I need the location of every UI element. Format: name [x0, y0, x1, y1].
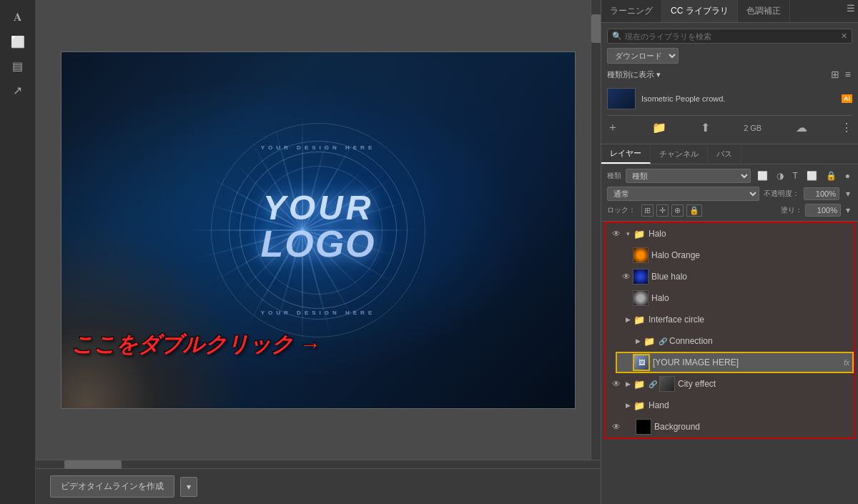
blend-mode-select[interactable]: 通常: [607, 187, 759, 201]
visibility-eye-hand[interactable]: [610, 399, 623, 412]
layer-name-your-image: [YOUR IMAGE HERE]: [653, 357, 841, 367]
folder-icon-connection: 📁: [643, 336, 656, 346]
filter-label: 種類別に表示 ▾: [607, 69, 661, 80]
layer-halo-group[interactable]: 👁 ▾ 📁 Halo: [606, 223, 854, 244]
chain-icon: 🔗: [659, 337, 667, 345]
visibility-eye-halo[interactable]: [620, 292, 633, 305]
visibility-eye[interactable]: 👁: [610, 227, 623, 240]
tab-learning[interactable]: ラーニング: [601, 0, 662, 22]
lock-fill-row: ロック： ⊞ ✛ ⊕ 🔒 塗り： ▾: [607, 204, 852, 217]
layer-thumb-image: 🖼: [633, 354, 650, 371]
layer-name-blue-halo: Blue halo: [651, 272, 849, 282]
folder-icon: 📁: [633, 229, 646, 239]
fx-label: fx: [844, 359, 849, 367]
expand-arrow-interface[interactable]: ▶: [623, 315, 633, 325]
layer-controls: 種類 種類 ⬜ ◑ T ⬜ 🔒 ● 通常: [601, 164, 858, 222]
annotation-text: ここをダブルクリック →: [72, 330, 320, 360]
visibility-eye-blue-halo[interactable]: 👁: [620, 270, 633, 283]
opacity-input[interactable]: [804, 187, 839, 200]
timeline-button[interactable]: ビデオタイムラインを作成: [50, 475, 174, 498]
layer-city-effect[interactable]: 👁 ▶ 📁 🔗 City effect: [606, 373, 854, 395]
more-library-button[interactable]: ⋮: [841, 121, 852, 134]
layer-tabs: レイヤー チャンネル パス ☰: [601, 144, 858, 164]
visibility-eye-image[interactable]: [620, 356, 633, 369]
layer-connection[interactable]: ▶ 📁 🔗 Connection: [616, 330, 854, 352]
layer-name-city-effect: City effect: [678, 379, 849, 389]
download-dropdown[interactable]: ダウンロード: [607, 48, 679, 64]
layer-thumb-halo: [633, 290, 649, 306]
h-scrollbar-thumb[interactable]: [64, 460, 122, 469]
layer-halo[interactable]: Halo: [616, 287, 854, 309]
expand-arrow-city[interactable]: ▶: [623, 379, 633, 389]
adjustment-filter-btn[interactable]: ◑: [774, 170, 786, 182]
library-section: 🔍 ✕ ダウンロード 種類別に表示 ▾ ⊞ ≡: [601, 23, 858, 144]
layer-background[interactable]: 👁 Background: [606, 416, 854, 438]
search-input[interactable]: [625, 32, 841, 41]
library-item[interactable]: Isometric People crowd. Ai: [607, 85, 852, 112]
chain-icon-city: 🔗: [649, 380, 657, 388]
shape-filter-btn[interactable]: ⬜: [804, 170, 819, 182]
pixel-filter-btn[interactable]: ⬜: [755, 170, 770, 182]
layer-interface-circle[interactable]: ▶ 📁 Interface circle: [606, 309, 854, 330]
folder-library-button[interactable]: 📁: [652, 121, 666, 134]
list-view-button[interactable]: ≡: [844, 67, 852, 81]
add-library-button[interactable]: ＋: [607, 120, 618, 135]
dot-filter-btn[interactable]: ●: [843, 170, 852, 182]
tab-color-adjust[interactable]: 色調補正: [738, 0, 790, 22]
fill-input[interactable]: [805, 204, 841, 217]
tool-share[interactable]: ↗: [5, 79, 31, 102]
visibility-eye-background[interactable]: 👁: [610, 420, 623, 433]
layer-your-image[interactable]: 🖼 [YOUR IMAGE HERE] fx: [616, 352, 854, 373]
layers-list: 👁 ▾ 📁 Halo Halo Orange: [601, 222, 858, 504]
expand-arrow[interactable]: ▾: [623, 229, 633, 239]
tool-type[interactable]: 𝐀: [5, 6, 31, 29]
visibility-eye-city[interactable]: 👁: [610, 377, 623, 390]
smart-filter-btn[interactable]: 🔒: [824, 170, 839, 182]
upload-library-button[interactable]: ⬆: [701, 121, 710, 134]
tab-paths[interactable]: パス: [708, 144, 741, 164]
design-text-top: YOUR DESIGN HERE: [204, 144, 433, 151]
opacity-dropdown-btn[interactable]: ▾: [844, 188, 852, 199]
layer-halo-orange[interactable]: Halo Orange: [616, 244, 854, 266]
tool-layers[interactable]: ▤: [5, 54, 31, 77]
layer-name-halo: Halo: [651, 293, 849, 303]
bottom-toolbar: ビデオタイムラインを作成 ▾: [36, 468, 601, 504]
horizontal-scrollbar[interactable]: [36, 460, 601, 468]
blend-row: 通常 不透明度： ▾: [607, 187, 852, 201]
visibility-eye-orange[interactable]: [620, 249, 633, 262]
type-filter-btn[interactable]: T: [790, 170, 799, 182]
layer-name-halo-group: Halo: [649, 229, 849, 239]
tab-cc-library[interactable]: CC ライブラリ: [662, 0, 738, 22]
kind-label: 種類: [607, 171, 621, 181]
expand-arrow-connection[interactable]: ▶: [633, 336, 643, 346]
fill-label: 塗り：: [781, 205, 802, 215]
top-area: YOUR LOGO YOUR DESIGN HERE YOUR DESIGN H…: [36, 0, 858, 504]
search-bar: 🔍 ✕: [607, 29, 852, 44]
lock-move-btn[interactable]: ✛: [656, 204, 669, 217]
visibility-eye-interface[interactable]: [610, 313, 623, 326]
lock-artboard-btn[interactable]: ⊕: [671, 204, 684, 217]
layer-thumb-city: [659, 376, 675, 392]
left-sidebar: 𝐀 ⬜ ▤ ↗: [0, 0, 36, 504]
visibility-eye-connection[interactable]: [620, 335, 633, 347]
scrollbar-thumb[interactable]: [591, 14, 601, 43]
tool-select[interactable]: ⬜: [5, 30, 31, 53]
vertical-scrollbar[interactable]: [591, 0, 601, 460]
folder-icon-city: 📁: [633, 379, 646, 389]
expand-arrow-hand[interactable]: ▶: [623, 400, 633, 410]
fill-dropdown-btn[interactable]: ▾: [844, 204, 852, 216]
cloud-button[interactable]: ☁: [796, 121, 807, 134]
canvas-area: YOUR LOGO YOUR DESIGN HERE YOUR DESIGN H…: [36, 0, 601, 504]
tab-channels[interactable]: チャンネル: [651, 144, 708, 164]
kind-select[interactable]: 種類: [626, 169, 751, 183]
filter-row: 種類別に表示 ▾ ⊞ ≡: [607, 67, 852, 81]
timeline-dropdown[interactable]: ▾: [180, 477, 197, 497]
layer-blue-halo[interactable]: 👁 Blue halo: [616, 266, 854, 287]
search-clear-icon[interactable]: ✕: [841, 31, 847, 41]
lock-pixels-btn[interactable]: ⊞: [641, 204, 654, 217]
grid-view-button[interactable]: ⊞: [829, 67, 841, 81]
library-bottom: ＋ 📁 ⬆ 2 GB ☁ ⋮: [607, 115, 852, 138]
lock-all-btn[interactable]: 🔒: [686, 204, 702, 217]
layer-hand[interactable]: ▶ 📁 Hand: [606, 395, 854, 416]
tab-layers[interactable]: レイヤー: [601, 144, 651, 164]
